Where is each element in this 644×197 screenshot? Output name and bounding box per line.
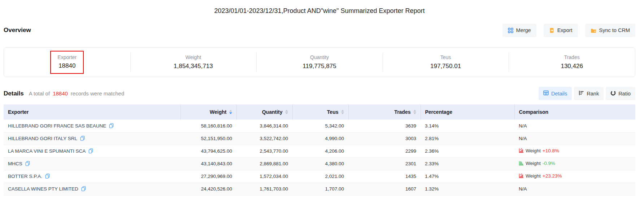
copy-icon[interactable] [25,161,30,166]
exporter-cell: HILLEBRAND GORI ITALY SRL [4,132,180,145]
sort-carets-icon [413,110,416,114]
table-row: BOTTER S.P.A. 27,290,969.00 1,572,034.00… [4,170,635,183]
percentage-cell: 1.32% [421,183,514,195]
percentage-cell: 3.14% [421,120,514,132]
stat-value: 130,426 [561,63,583,70]
comparison-na: N/A [519,136,527,141]
teus-cell: 4,380.00 [292,157,348,170]
stat-trades: Trades 130,426 [509,48,635,77]
column-header-teus[interactable]: Teus [292,104,348,120]
table-row: LA MARCA VINI E SPUMANTI SCA 43,794,625.… [4,145,635,157]
teus-cell: 4,990.00 [292,132,348,145]
trades-cell: 2301 [348,157,421,170]
column-header-weight[interactable]: Weight [180,104,236,120]
comparison-badge: Weight +23.23% [519,173,562,179]
export-button[interactable]: Export [544,24,578,37]
details-view-label: Details [551,91,567,97]
weight-cell: 24,420,526.00 [180,183,236,195]
trades-cell: 1607 [348,183,421,195]
comparison-cell: Weight +10.8% [514,145,635,157]
copy-icon[interactable] [109,123,114,128]
table-body: HILLEBRAND GORI FRANCE SAS BEAUNE 58,160… [4,120,635,195]
table-header-row: Exporter Weight Quantity Teus Trades Per… [4,104,635,120]
exporter-cell: MHCS [4,157,180,170]
records-summary: A total of18840records were matched [29,90,125,97]
percentage-cell: 1.47% [421,170,514,183]
comparison-delta: -0.9% [543,161,555,166]
comparison-delta: +23.23% [543,173,562,179]
quantity-cell: 2,869,881.00 [236,157,292,170]
rank-view-button[interactable]: Rank [574,87,604,100]
trend-up-icon [519,173,524,178]
column-header-trades[interactable]: Trades [348,104,421,120]
teus-cell: 1,707.00 [292,183,348,195]
sort-carets-icon [285,110,288,114]
table-row: MHCS 43,140,843.00 2,869,881.00 4,380.00… [4,157,635,170]
exporter-name[interactable]: BOTTER S.P.A. [8,174,42,179]
comparison-delta: +10.8% [543,148,559,153]
sync-to-crm-button[interactable]: Sync to CRM [585,24,635,37]
view-switch: Details Rank Ratio [539,87,635,100]
sort-carets-icon [341,110,344,114]
details-header-row: Details A total of18840records were matc… [4,87,635,100]
exporter-cell: LA MARCA VINI E SPUMANTI SCA [4,145,180,157]
page: 2023/01/01-2023/12/31,Product AND"wine" … [4,0,635,196]
trades-cell: 3639 [348,120,421,132]
teus-cell: 5,342.00 [292,120,348,132]
quantity-cell: 1,572,034.00 [236,170,292,183]
comparison-badge: Weight -0.9% [519,161,555,166]
copy-icon[interactable] [45,174,50,179]
comparison-na: N/A [519,123,527,129]
weight-cell: 43,140,843.00 [180,157,236,170]
quantity-cell: 3,522,742.00 [236,132,292,145]
trades-cell: 3003 [348,132,421,145]
percentage-cell: 2.33% [421,157,514,170]
trades-cell: 2299 [348,145,421,157]
stat-value: 18840 [57,62,77,70]
merge-button[interactable]: Merge [502,24,536,37]
merge-icon [508,28,513,33]
export-label: Export [557,27,573,33]
toolbar: Merge Export Sync to CRM [502,24,635,37]
exporter-name[interactable]: MHCS [8,161,22,166]
exporter-name[interactable]: HILLEBRAND GORI FRANCE SAS BEAUNE [8,123,106,129]
exporter-cell: HILLEBRAND GORI FRANCE SAS BEAUNE [4,120,180,132]
column-header-exporter: Exporter [4,104,180,120]
stat-label: Quantity [310,54,329,60]
exporter-name[interactable]: CASELLA WINES PTY LIMITED [8,186,78,192]
rank-view-label: Rank [587,91,599,97]
weight-cell: 43,794,625.00 [180,145,236,157]
copy-icon[interactable] [80,136,85,141]
sort-carets-icon [229,110,232,114]
column-header-quantity[interactable]: Quantity [236,104,292,120]
overview-header-row: Overview Merge Export [4,23,635,37]
comparison-metric-label: Weight [526,173,541,179]
comparison-metric-label: Weight [526,148,541,153]
exporter-cell: BOTTER S.P.A. [4,170,180,183]
exporter-name[interactable]: LA MARCA VINI E SPUMANTI SCA [8,148,86,154]
stat-teus: Teus 197,750.01 [383,48,509,77]
stat-weight: Weight 1,854,345,713 [130,48,257,77]
copy-icon[interactable] [81,186,86,191]
circular-ratio-icon [610,90,616,97]
export-icon [549,28,554,33]
copy-icon[interactable] [88,148,93,153]
trend-up-icon [519,148,524,153]
comparison-cell: Weight +23.23% [514,170,635,183]
ratio-view-button[interactable]: Ratio [606,87,635,100]
trades-cell: 1435 [348,170,421,183]
percentage-cell: 2.36% [421,145,514,157]
table-grid-icon [543,90,549,97]
quantity-cell: 3,846,314.00 [236,120,292,132]
table-row: HILLEBRAND GORI ITALY SRL 52,151,950.00 … [4,132,635,145]
exporter-name[interactable]: HILLEBRAND GORI ITALY SRL [8,136,77,141]
overview-heading: Overview [4,27,31,34]
details-heading: Details [4,90,24,97]
overview-card: Exporter 18840 Weight 1,854,345,713 Quan… [4,47,635,77]
details-view-button[interactable]: Details [539,87,572,100]
comparison-cell: N/A [514,120,635,132]
stat-value: 197,750.01 [430,63,461,70]
quantity-cell: 1,761,703.00 [236,183,292,195]
exporter-highlight-box: Exporter 18840 [50,51,84,74]
records-count: 18840 [53,90,68,97]
